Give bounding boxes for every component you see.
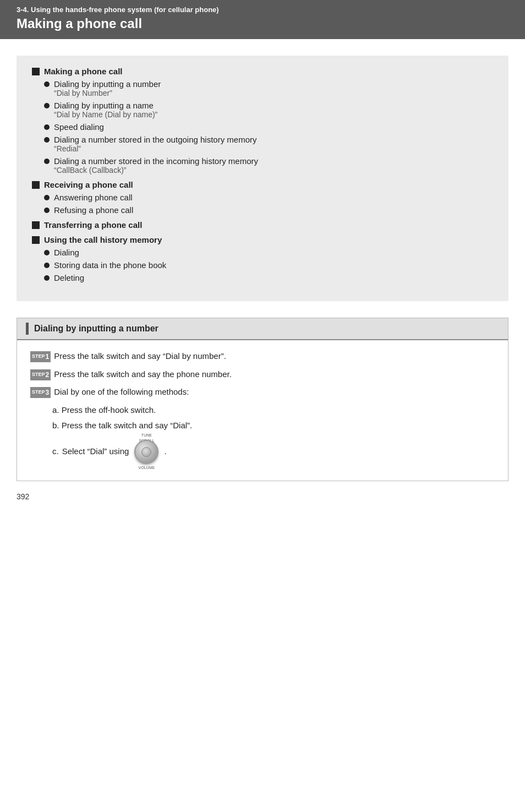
- sub-step-label-a: a.: [52, 405, 62, 415]
- toc-section-title-making: Making a phone call: [32, 67, 493, 76]
- sub-step-text-a: Press the off-hook switch.: [62, 405, 156, 415]
- toc-section-title-receiving: Receiving a phone call: [32, 180, 493, 189]
- toc-section-label-receiving: Receiving a phone call: [44, 180, 133, 189]
- toc-item-content: Deleting: [54, 273, 84, 282]
- toc-item-text: Dialing: [54, 248, 79, 257]
- dial-knob-container: TUNESCROLL VOLUME: [134, 440, 158, 464]
- dialing-section: Dialing by inputting a number STEP 1 Pre…: [17, 318, 508, 481]
- page-number-value: 392: [17, 492, 29, 501]
- toc-items-making: Dialing by inputting a number “Dial by N…: [44, 79, 493, 175]
- step-num-1: 1: [46, 352, 50, 362]
- toc-item-text: Dialing a number stored in the incoming …: [54, 156, 258, 166]
- step-label: STEP: [32, 371, 45, 379]
- dialing-header: Dialing by inputting a number: [17, 318, 508, 340]
- toc-item-sub: “CallBack (Callback)”: [54, 166, 258, 175]
- toc-section-label-making: Making a phone call: [44, 67, 123, 76]
- sub-step-label-b: b.: [52, 421, 62, 430]
- list-item: Storing data in the phone book: [44, 260, 493, 270]
- toc-section-title-history: Using the call history memory: [32, 235, 493, 244]
- list-item: Deleting: [44, 273, 493, 282]
- dialing-header-title: Dialing by inputting a number: [34, 324, 158, 334]
- sub-step-label-c: c.: [52, 445, 59, 458]
- header-title: Making a phone call: [17, 16, 508, 31]
- toc-section-history: Using the call history memory Dialing St…: [32, 235, 493, 282]
- list-item: Answering phone call: [44, 193, 493, 202]
- step-text-3: Dial by one of the following methods:: [54, 386, 495, 399]
- toc-item-text: Dialing by inputting a name: [54, 101, 157, 110]
- toc-item-content: Dialing a number stored in the incoming …: [54, 156, 258, 175]
- toc-section-receiving: Receiving a phone call Answering phone c…: [32, 180, 493, 215]
- toc-section-label-history: Using the call history memory: [44, 235, 162, 244]
- toc-box: Making a phone call Dialing by inputting…: [17, 56, 508, 301]
- step-row-1: STEP 1 Press the talk switch and say “Di…: [30, 350, 495, 363]
- header-subtitle: 3-4. Using the hands-free phone system (…: [17, 6, 508, 14]
- toc-item-content: Storing data in the phone book: [54, 260, 166, 270]
- toc-item-text: Answering phone call: [54, 193, 133, 202]
- dial-knob-inner: [141, 447, 151, 457]
- dialing-content: STEP 1 Press the talk switch and say “Di…: [17, 340, 508, 481]
- toc-item-content: Speed dialing: [54, 122, 104, 132]
- toc-item-content: Dialing by inputting a name “Dial by Nam…: [54, 101, 157, 119]
- step-badge-2: STEP 2: [30, 369, 51, 380]
- sub-step-text-b: Press the talk switch and say “Dial”.: [62, 421, 193, 430]
- list-item: Dialing a number stored in the outgoing …: [44, 135, 493, 153]
- dial-label-bottom: VOLUME: [139, 465, 155, 471]
- list-item: Refusing a phone call: [44, 205, 493, 215]
- list-item: Dialing by inputting a name “Dial by Nam…: [44, 101, 493, 119]
- step-badge-1: STEP 1: [30, 351, 51, 362]
- step-label: STEP: [32, 389, 45, 396]
- toc-item-text: Refusing a phone call: [54, 205, 133, 215]
- toc-items-receiving: Answering phone call Refusing a phone ca…: [44, 193, 493, 215]
- sub-steps: a. Press the off-hook switch. b. Press t…: [52, 404, 495, 464]
- toc-item-content: Answering phone call: [54, 193, 133, 202]
- toc-item-text: Dialing a number stored in the outgoing …: [54, 135, 257, 144]
- dial-suffix: .: [164, 445, 166, 458]
- toc-item-text: Dialing by inputting a number: [54, 79, 161, 89]
- list-item: Speed dialing: [44, 122, 493, 132]
- page-number: 392: [0, 481, 525, 512]
- sub-step-a: a. Press the off-hook switch.: [52, 404, 495, 417]
- step-badge-3: STEP 3: [30, 387, 51, 398]
- toc-item-content: Dialing: [54, 248, 79, 257]
- sub-step-c: c. Select “Dial” using TUNESCROLL VOLUME…: [52, 440, 495, 464]
- step-num-2: 2: [46, 370, 50, 380]
- sub-step-text-c: Select “Dial” using: [62, 445, 129, 458]
- toc-item-sub: “Dial by Name (Dial by name)”: [54, 110, 157, 119]
- dial-knob[interactable]: [134, 440, 158, 464]
- toc-item-sub: “Dial by Number”: [54, 89, 161, 97]
- step-row-3: STEP 3 Dial by one of the following meth…: [30, 386, 495, 399]
- step-text-2: Press the talk switch and say the phone …: [54, 368, 495, 381]
- toc-section-transferring: Transferring a phone call: [32, 220, 493, 230]
- toc-section-making: Making a phone call Dialing by inputting…: [32, 67, 493, 175]
- toc-item-text: Deleting: [54, 273, 84, 282]
- list-item: Dialing a number stored in the incoming …: [44, 156, 493, 175]
- toc-section-label-transferring: Transferring a phone call: [44, 220, 142, 230]
- dialing-header-bar: [26, 323, 29, 335]
- toc-item-content: Dialing a number stored in the outgoing …: [54, 135, 257, 153]
- step-text-1: Press the talk switch and say “Dial by n…: [54, 350, 495, 363]
- page-header: 3-4. Using the hands-free phone system (…: [0, 0, 525, 39]
- step-num-3: 3: [46, 388, 50, 397]
- toc-item-text: Storing data in the phone book: [54, 260, 166, 270]
- toc-item-text: Speed dialing: [54, 122, 104, 132]
- step-label: STEP: [32, 353, 45, 361]
- list-item: Dialing by inputting a number “Dial by N…: [44, 79, 493, 97]
- toc-item-content: Refusing a phone call: [54, 205, 133, 215]
- sub-step-b: b. Press the talk switch and say “Dial”.: [52, 419, 495, 432]
- toc-item-content: Dialing by inputting a number “Dial by N…: [54, 79, 161, 97]
- toc-items-history: Dialing Storing data in the phone book D…: [44, 248, 493, 282]
- toc-item-sub: “Redial”: [54, 144, 257, 153]
- list-item: Dialing: [44, 248, 493, 257]
- step-row-2: STEP 2 Press the talk switch and say the…: [30, 368, 495, 381]
- toc-section-title-transferring: Transferring a phone call: [32, 220, 493, 230]
